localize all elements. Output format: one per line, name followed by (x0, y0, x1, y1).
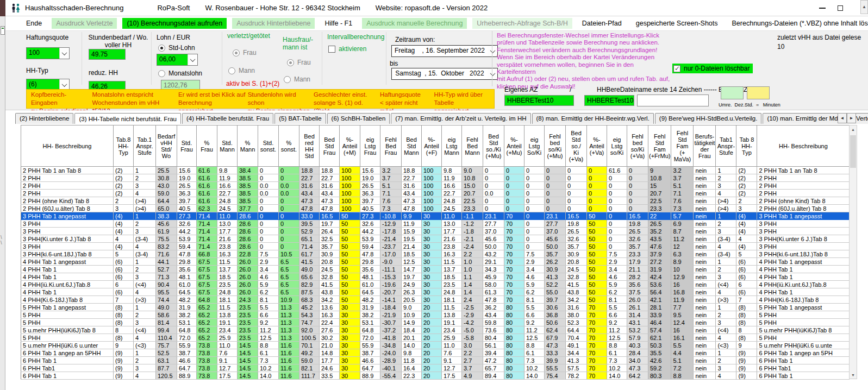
cell[interactable]: 1.4 (462, 281, 483, 288)
cell[interactable]: 1 (134, 212, 156, 220)
cell[interactable]: 100 (422, 167, 442, 174)
cell[interactable]: 11.3 (279, 326, 299, 334)
cell[interactable]: 32.6 (177, 220, 197, 228)
cell[interactable]: 3.2 (380, 167, 402, 174)
cell[interactable]: 88.9 (177, 372, 197, 380)
cell[interactable]: 28.6 (238, 220, 258, 228)
cell[interactable]: -9.0 (380, 258, 402, 266)
tab-8-man-ermittlg-der-hh-beeintr-wg-verl[interactable]: (8) man. Ermittlg der HH-Beeintr.wg.Verl… (532, 113, 654, 124)
cell[interactable]: 4 (716, 243, 736, 250)
cell[interactable]: 1 (716, 258, 736, 266)
cell[interactable]: 6.6 (524, 311, 545, 319)
cell[interactable]: 3 (716, 364, 736, 372)
table-row[interactable]: 5 u.mehr PHH(iüKi6J)Tab 88(<4)99.464.865… (21, 326, 850, 334)
cell[interactable]: 2 (716, 311, 736, 319)
cell[interactable]: (6) (114, 258, 134, 266)
cell[interactable]: 7.5 (258, 250, 279, 258)
cell[interactable]: 47.8 (299, 205, 320, 212)
cell[interactable]: 7.7 (671, 304, 694, 311)
cell[interactable]: 0 (566, 190, 587, 197)
cell[interactable]: (<3) (134, 342, 156, 349)
cell[interactable]: 20.5 (402, 296, 422, 304)
cell[interactable]: 17.7 (442, 228, 462, 235)
cell[interactable]: 35.5 (648, 349, 671, 357)
cell[interactable]: 59.4 (360, 243, 380, 250)
cell[interactable]: 71.3 (156, 273, 177, 281)
cell[interactable]: 48.1 (360, 273, 380, 281)
cell[interactable]: 50 (340, 266, 360, 273)
table-row[interactable]: 5 PHH(8)4110.472.065.225.923.512.511.310… (21, 334, 850, 342)
stundenbedarf-field[interactable]: 49.75 (89, 49, 126, 60)
cell[interactable]: 80.3 (648, 372, 671, 380)
cell[interactable]: 23.5 (442, 281, 462, 288)
cell[interactable]: (6) (736, 258, 757, 266)
cell[interactable]: nein (694, 364, 716, 372)
cell[interactable]: 18.8 (402, 167, 422, 174)
cell[interactable]: 1 (134, 349, 156, 357)
cell[interactable]: 2 PHH (21, 190, 114, 197)
cell[interactable]: 55.0 (545, 288, 566, 296)
cell[interactable]: 78.2 (566, 372, 587, 380)
cell[interactable]: 50 (340, 220, 360, 228)
cell[interactable]: (2) (736, 182, 757, 190)
eigenes-az-field[interactable]: HHBERETest10 (504, 95, 574, 106)
cell[interactable]: 3 (134, 364, 156, 372)
scroll-up-arrow[interactable]: ▲ (860, 0, 868, 14)
cell[interactable]: 8.7 (671, 228, 694, 235)
cell[interactable]: 28.6 (238, 243, 258, 250)
cell[interactable]: -2.5 (462, 304, 483, 311)
cell[interactable]: 19.7 (402, 273, 422, 281)
cell[interactable]: 50 (340, 250, 360, 258)
cell[interactable]: 3.7 (671, 174, 694, 182)
cell[interactable]: 0 (607, 205, 627, 212)
cell[interactable]: 11.3 (279, 334, 299, 342)
cell[interactable]: -19.6 (380, 281, 402, 288)
cell[interactable]: 9.2 (258, 319, 279, 326)
cell[interactable]: 65.2 (197, 334, 217, 342)
cell[interactable]: 100 (340, 197, 360, 205)
cell[interactable]: -23.7 (380, 243, 402, 250)
cell[interactable]: 4 PHH Tab 1 (757, 288, 850, 296)
cell[interactable]: 16.5 (627, 212, 648, 220)
cell[interactable]: 23.3 (462, 205, 483, 212)
cell[interactable]: 5 PHH (21, 334, 114, 342)
cell[interactable]: 4 (134, 372, 156, 380)
cell[interactable]: 34.0 (627, 357, 648, 364)
cell[interactable]: 2 (716, 266, 736, 273)
cell[interactable]: 80 (504, 311, 524, 319)
cell[interactable]: 47.3 (627, 364, 648, 372)
cell[interactable]: 6 PHH Tab1 (757, 364, 850, 372)
cell[interactable]: 39.7 (177, 197, 197, 205)
cell[interactable]: 7.5 (524, 250, 545, 258)
cell[interactable]: 59.0 (156, 190, 177, 197)
cell[interactable]: 22.5 (462, 197, 483, 205)
cell[interactable]: 30.9 (545, 266, 566, 273)
cell[interactable]: 22.7 (402, 174, 422, 182)
cell[interactable]: 0 (279, 205, 299, 212)
cell[interactable]: 43.4 (320, 190, 340, 197)
cell[interactable]: 34.4 (566, 349, 587, 357)
cell[interactable]: 73.8 (197, 349, 217, 357)
cell[interactable]: 0 (279, 220, 299, 228)
cell[interactable]: 2.9 (607, 258, 627, 266)
cell[interactable]: (4) (736, 228, 757, 235)
cell[interactable]: 90.4 (156, 281, 177, 288)
cell[interactable]: 0 (504, 182, 524, 190)
cell[interactable]: 21.1 (627, 266, 648, 273)
cell[interactable]: 16.3 (217, 250, 238, 258)
cell[interactable]: 47.3 (320, 197, 340, 205)
cell[interactable]: 4 PHH Tab 1 (757, 266, 850, 273)
cell[interactable]: 30 (422, 228, 442, 235)
cell[interactable]: 0 (545, 205, 566, 212)
cell[interactable]: 18.5 (217, 273, 238, 281)
cell[interactable]: 20 (422, 357, 442, 364)
cell[interactable]: 34.2 (566, 296, 587, 304)
scroll-up-icon[interactable]: ▲ (850, 125, 857, 133)
cell[interactable]: 30 (422, 288, 442, 296)
cell[interactable]: 41.3 (545, 273, 566, 281)
cell[interactable]: 11.5 (442, 304, 462, 311)
cell[interactable]: 70 (504, 228, 524, 235)
cell[interactable]: 16.6 (442, 182, 462, 190)
cell[interactable]: -30.7 (380, 319, 402, 326)
cell[interactable]: 31.6 (402, 182, 422, 190)
